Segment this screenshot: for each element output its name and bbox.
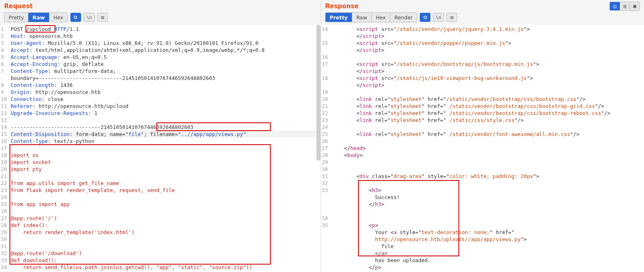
response-pane: Response Pretty Raw Hex Render 141516171… [321, 0, 644, 272]
full-icon [633, 3, 636, 9]
request-toolbar: Pretty Raw Hex [0, 12, 321, 25]
tab-hex[interactable]: Hex [371, 13, 390, 22]
filter-icon [423, 14, 427, 20]
request-pane: Request Pretty Raw Hex 12345678910111213… [0, 0, 321, 272]
response-gutter: 1415161718192021222324252627282930313233… [321, 25, 330, 272]
menu-button[interactable] [446, 13, 457, 22]
split-panes: Request Pretty Raw Hex 12345678910111213… [0, 0, 644, 272]
tab-pretty[interactable]: Pretty [5, 13, 28, 22]
menu-icon [101, 14, 104, 21]
response-view-tabs: Pretty Raw Hex Render [325, 12, 417, 22]
request-editor[interactable]: 1234567891011121314151617181920212223242… [0, 25, 321, 272]
layout-horizontal[interactable] [620, 2, 630, 10]
newline-icon [86, 14, 92, 20]
newline-toggle[interactable] [433, 13, 444, 22]
scrollbar[interactable] [316, 25, 321, 161]
request-view-tabs: Pretty Raw Hex [4, 12, 68, 22]
filter-icon [74, 14, 77, 20]
response-code[interactable]: <script src="/static/vendor/jquery/jquer… [330, 25, 644, 272]
response-toolbar: Pretty Raw Hex Render [321, 12, 644, 25]
response-title: Response [325, 2, 358, 10]
request-title: Request [4, 2, 33, 10]
filter-button[interactable] [70, 13, 81, 22]
newline-toggle[interactable] [84, 13, 95, 22]
vsplit-icon [613, 3, 616, 9]
menu-icon [450, 14, 453, 21]
layout-switcher [609, 2, 640, 11]
request-gutter: 1234567891011121314151617181920212223242… [0, 25, 9, 272]
tab-raw[interactable]: Raw [352, 13, 371, 22]
menu-button[interactable] [97, 13, 108, 22]
tab-render[interactable]: Render [390, 13, 417, 22]
filter-button[interactable] [420, 13, 430, 22]
response-editor[interactable]: 1415161718192021222324252627282930313233… [321, 25, 644, 272]
hsplit-icon [623, 3, 626, 9]
request-code[interactable]: POST /upcloud HTTP/1.1Host: opensource.h… [9, 25, 321, 272]
response-header: Response [321, 0, 644, 12]
request-header: Request [0, 0, 321, 12]
layout-vertical[interactable] [610, 2, 620, 10]
newline-icon [436, 14, 441, 20]
layout-full[interactable] [630, 2, 639, 10]
tab-pretty[interactable]: Pretty [325, 13, 352, 22]
tab-raw[interactable]: Raw [28, 13, 49, 22]
tab-hex[interactable]: Hex [49, 13, 67, 22]
